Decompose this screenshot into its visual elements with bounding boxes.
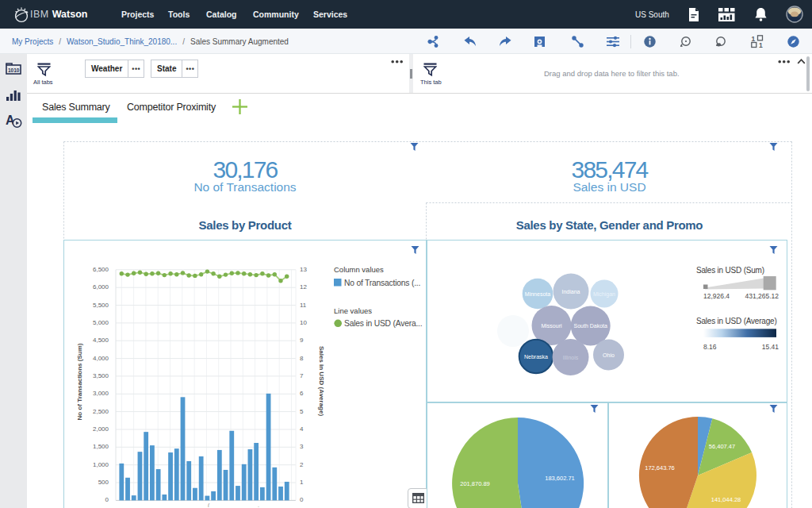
- svg-text:2,500: 2,500: [93, 408, 109, 415]
- svg-text:7: 7: [300, 372, 304, 379]
- svg-text:Sales in USD (Sum): Sales in USD (Sum): [696, 266, 764, 275]
- svg-text:Sales in USD (Average): Sales in USD (Average): [318, 346, 325, 417]
- svg-text:6,500: 6,500: [93, 266, 109, 273]
- svg-text:4,500: 4,500: [93, 337, 109, 344]
- svg-text:13: 13: [300, 266, 307, 273]
- svg-text:2: 2: [300, 461, 304, 468]
- svg-text:Missouri: Missouri: [541, 323, 562, 329]
- svg-text:172,643.76: 172,643.76: [645, 464, 675, 471]
- svg-text:Minnesota: Minnesota: [525, 291, 550, 297]
- svg-text:South Dakota: South Dakota: [573, 323, 607, 329]
- svg-text:4,000: 4,000: [93, 355, 109, 362]
- svg-text:Michigan: Michigan: [593, 291, 615, 298]
- svg-text:2,000: 2,000: [93, 425, 109, 433]
- svg-text:5: 5: [300, 408, 304, 415]
- svg-text:No of Transactions (...: No of Transactions (...: [344, 279, 420, 287]
- svg-text:9: 9: [300, 337, 304, 344]
- svg-text:500: 500: [98, 479, 109, 486]
- svg-text:Ohio: Ohio: [603, 352, 615, 358]
- svg-text:1010: 1010: [8, 67, 20, 73]
- svg-text:183,602.71: 183,602.71: [545, 475, 575, 482]
- svg-text:Sales in USD (Average): Sales in USD (Average): [696, 317, 777, 325]
- svg-text:11: 11: [300, 302, 307, 309]
- svg-text:3,500: 3,500: [93, 372, 109, 379]
- svg-text:0: 0: [105, 496, 109, 503]
- svg-text:12: 12: [300, 283, 307, 291]
- svg-text:1: 1: [759, 41, 763, 48]
- svg-text:6: 6: [300, 390, 304, 397]
- svg-text:141,044.28: 141,044.28: [711, 496, 741, 503]
- svg-text:Column values: Column values: [334, 265, 384, 274]
- svg-text:201,870.89: 201,870.89: [460, 480, 490, 487]
- svg-text:(: (: [208, 502, 210, 507]
- svg-text:3,000: 3,000: [93, 390, 109, 397]
- svg-text:56,407.47: 56,407.47: [709, 443, 735, 450]
- svg-text:1: 1: [752, 35, 756, 43]
- svg-text:8: 8: [300, 355, 304, 362]
- svg-text:10: 10: [300, 319, 307, 326]
- svg-text:15.41: 15.41: [762, 343, 779, 351]
- svg-text:0: 0: [300, 496, 304, 503]
- svg-text:Line values: Line values: [334, 306, 372, 315]
- svg-text:1,000: 1,000: [93, 461, 109, 468]
- svg-text:1,500: 1,500: [93, 443, 109, 450]
- svg-text:No of Transactions (Sum): No of Transactions (Sum): [76, 343, 83, 420]
- svg-text:12,926.4: 12,926.4: [703, 292, 730, 300]
- svg-text:5,500: 5,500: [93, 302, 109, 309]
- svg-text:4: 4: [300, 425, 304, 433]
- svg-text:Illinois: Illinois: [563, 355, 579, 360]
- svg-text:1: 1: [300, 479, 304, 486]
- svg-text:431,265.12: 431,265.12: [745, 292, 779, 300]
- svg-text:3: 3: [300, 443, 304, 450]
- svg-text:Sales in USD (Avera...: Sales in USD (Avera...: [344, 319, 422, 328]
- svg-text:.: .: [258, 502, 259, 507]
- svg-text:8.16: 8.16: [703, 343, 717, 351]
- svg-text:Nebraska: Nebraska: [524, 354, 548, 360]
- svg-text:5,000: 5,000: [93, 319, 109, 326]
- svg-text:6,000: 6,000: [93, 283, 109, 291]
- svg-text:Indiana: Indiana: [562, 289, 580, 294]
